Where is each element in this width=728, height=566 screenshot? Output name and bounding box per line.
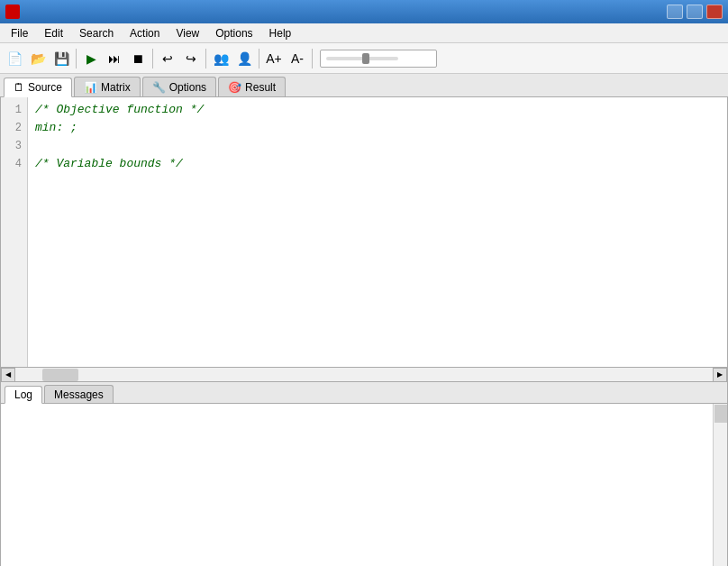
line-number-1: 1 xyxy=(6,101,22,119)
log-content[interactable] xyxy=(1,404,727,566)
log-scrollbar-thumb[interactable] xyxy=(714,405,727,423)
app-icon xyxy=(5,5,20,19)
tab-source[interactable]: 🗒Source xyxy=(4,78,72,97)
menu-item-search[interactable]: Search xyxy=(72,25,121,41)
line-number-4: 4 xyxy=(6,155,22,173)
maximize-button[interactable] xyxy=(687,5,703,19)
close-button[interactable] xyxy=(706,5,723,19)
options-tab-label: Options xyxy=(169,81,206,94)
minimize-button[interactable] xyxy=(667,5,683,19)
result-tab-icon: 🎯 xyxy=(228,81,241,94)
editor-area: 1234 /* Objective function */min: ;/* Va… xyxy=(0,97,728,368)
slider-thumb[interactable] xyxy=(362,53,369,64)
log-area: LogMessages xyxy=(0,382,728,566)
source-tab-icon: 🗒 xyxy=(14,81,24,94)
line-number-2: 2 xyxy=(6,119,22,137)
code-line-3 xyxy=(35,137,720,155)
undo-button[interactable]: ↩ xyxy=(157,48,178,69)
new-button[interactable]: 📄 xyxy=(4,48,25,69)
matrix-tab-label: Matrix xyxy=(101,81,131,94)
step-button[interactable]: ⏭ xyxy=(104,48,125,69)
toolbar-separator xyxy=(205,49,206,68)
replace-button[interactable]: 👤 xyxy=(233,48,255,69)
run-button[interactable]: ▶ xyxy=(80,48,102,69)
stop-button[interactable]: ⏹ xyxy=(127,48,149,69)
toolbar-separator xyxy=(152,49,153,68)
editor-scrollbar: ◀ ▶ xyxy=(0,368,728,382)
window-controls xyxy=(667,5,723,19)
zoom-in-button[interactable]: A+ xyxy=(263,48,285,69)
save-button[interactable]: 💾 xyxy=(50,48,72,69)
menu-item-edit[interactable]: Edit xyxy=(37,25,70,41)
log-tab-messages[interactable]: Messages xyxy=(44,385,114,403)
menu-item-action[interactable]: Action xyxy=(123,25,167,41)
menu-bar: FileEditSearchActionViewOptionsHelp xyxy=(0,23,728,43)
scroll-thumb[interactable] xyxy=(42,369,78,381)
toolbar-separator xyxy=(76,49,77,68)
title-bar-left xyxy=(5,5,25,19)
code-line-1: /* Objective function */ xyxy=(35,101,720,119)
title-bar xyxy=(0,0,728,23)
toolbar-separator xyxy=(312,49,313,68)
source-tab-label: Source xyxy=(28,81,62,94)
tab-matrix[interactable]: 📊Matrix xyxy=(74,77,141,96)
menu-item-view[interactable]: View xyxy=(168,25,206,41)
result-tab-label: Result xyxy=(245,81,276,94)
tab-bar: 🗒Source📊Matrix🔧Options🎯Result xyxy=(0,74,728,97)
slider-track xyxy=(326,57,398,60)
log-tab-log[interactable]: Log xyxy=(5,386,42,404)
tab-result[interactable]: 🎯Result xyxy=(218,77,286,96)
scroll-right-arrow[interactable]: ▶ xyxy=(713,368,727,382)
options-tab-icon: 🔧 xyxy=(152,81,166,94)
menu-item-help[interactable]: Help xyxy=(262,25,299,41)
code-area[interactable]: /* Objective function */min: ;/* Variabl… xyxy=(28,97,727,367)
menu-item-options[interactable]: Options xyxy=(208,25,259,41)
redo-button[interactable]: ↪ xyxy=(180,48,202,69)
line-number-3: 3 xyxy=(6,137,22,155)
log-scrollbar[interactable] xyxy=(713,404,727,566)
toolbar-separator xyxy=(259,49,259,68)
code-line-2: min: ; xyxy=(35,119,720,137)
tab-options[interactable]: 🔧Options xyxy=(142,77,216,96)
main-area: 1234 /* Objective function */min: ;/* Va… xyxy=(0,97,728,368)
menu-item-file[interactable]: File xyxy=(4,25,35,41)
matrix-tab-icon: 📊 xyxy=(84,81,97,94)
zoom-out-button[interactable]: A- xyxy=(287,48,308,69)
log-tab-bar: LogMessages xyxy=(1,382,727,404)
open-button[interactable]: 📂 xyxy=(27,48,49,69)
zoom-slider[interactable] xyxy=(320,50,437,68)
code-line-4: /* Variable bounds */ xyxy=(35,155,720,173)
line-numbers: 1234 xyxy=(1,97,28,367)
scroll-left-arrow[interactable]: ◀ xyxy=(1,368,15,382)
find-button[interactable]: 👥 xyxy=(210,48,232,69)
scroll-track[interactable] xyxy=(15,368,713,381)
toolbar: 📄📂💾▶⏭⏹↩↪👥👤A+A- xyxy=(0,43,728,74)
